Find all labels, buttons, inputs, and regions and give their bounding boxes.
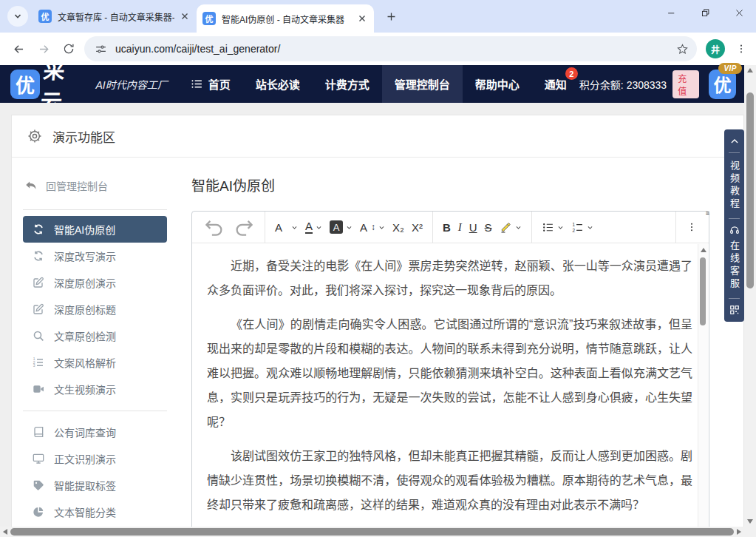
browser-tabstrip: 优 文章暂存库 - 自动文章采集器-优 优 智能AI伪原创 - 自动文章采集器 (0, 0, 756, 33)
sidebar-item[interactable]: 智能AI伪原创 (23, 216, 167, 243)
strikethrough-button[interactable]: S (481, 216, 496, 238)
page-vertical-scrollbar[interactable] (744, 65, 756, 527)
recharge-button[interactable]: 充值 (672, 70, 699, 98)
style-list-icon: 123 (33, 357, 44, 368)
minimize-button[interactable] (654, 0, 688, 25)
toolbar-separator (531, 212, 532, 243)
user-avatar[interactable]: 优 VIP (709, 70, 736, 99)
nav-item[interactable]: 计费方式 (313, 65, 382, 103)
tab-close-icon[interactable] (179, 10, 191, 22)
nav-item-label: 通知 (545, 76, 567, 92)
nav-item[interactable]: 站长必读 (243, 65, 313, 103)
nav-item[interactable]: 首页 (178, 65, 243, 103)
scroll-down-arrow[interactable] (747, 519, 753, 524)
italic-button[interactable]: I (454, 216, 466, 238)
site-settings-icon[interactable] (95, 43, 107, 55)
search-icon (33, 330, 44, 342)
scroll-left-arrow[interactable] (3, 529, 7, 535)
toolbar-separator (265, 212, 265, 243)
editor-paragraph: 近期，备受关注的电影《在人间》票房走势突然逆转，赵丽颖、张一山等一众演员遭遇了众… (207, 254, 692, 303)
browser-menu-icon[interactable] (732, 38, 750, 59)
line-height-button[interactable]: A↕ (356, 216, 389, 238)
close-window-button[interactable] (722, 0, 756, 25)
scroll-up-arrow[interactable] (747, 68, 753, 72)
browser-tab[interactable]: 优 文章暂存库 - 自动文章采集器-优 (33, 4, 197, 29)
edit-icon (33, 303, 44, 315)
vertical-scrollbar-thumb[interactable] (746, 92, 754, 288)
logo-mark[interactable]: 优 (10, 70, 40, 99)
numbered-list-button[interactable]: 12 (568, 216, 597, 238)
bold-button[interactable]: B (439, 216, 454, 238)
sidebar-item[interactable]: 文章原创检测 (23, 322, 167, 349)
sidebar-item[interactable]: 深度改写演示 (23, 243, 167, 269)
toolbar-overflow-button[interactable] (682, 216, 701, 238)
editor-scrollbar[interactable] (698, 244, 708, 537)
address-bar[interactable]: ucaiyun.com/caiji/test_ai_generator/ (84, 36, 697, 61)
chevron-up-icon[interactable] (729, 136, 740, 146)
new-tab-button[interactable] (381, 7, 401, 26)
nav-item[interactable]: 通知 2 (532, 65, 579, 103)
sidebar-item[interactable]: 文本智能分类 (23, 499, 167, 525)
sidebar-item[interactable]: 智能提取标签 (23, 472, 167, 499)
undo-button[interactable] (200, 216, 229, 238)
notification-badge: 2 (565, 67, 578, 80)
subscript-button[interactable]: X₂ (389, 216, 408, 238)
back-button[interactable] (6, 37, 31, 61)
tab-search-button[interactable] (7, 6, 28, 27)
online-service-button[interactable]: 在线客服 (729, 239, 739, 292)
redo-button[interactable] (229, 216, 259, 238)
bulleted-list-button[interactable] (538, 216, 568, 238)
nav-item-label: 首页 (208, 76, 231, 92)
font-color-button[interactable]: A (302, 216, 326, 238)
sidebar-item-label: 正文识别演示 (54, 451, 116, 466)
sidebar-item[interactable]: 深度原创演示 (23, 269, 167, 296)
floating-side-widget: 视频教程 在线客服 (724, 129, 744, 322)
back-to-console-link[interactable]: 回管理控制台 (23, 175, 167, 209)
superscript-button[interactable]: X² (408, 216, 426, 238)
browser-toolbar: ucaiyun.com/caiji/test_ai_generator/ 井 (0, 33, 756, 65)
section-title: 演示功能区 (52, 127, 115, 146)
video-tutorial-button[interactable]: 视频教程 (729, 159, 739, 212)
chevron-down-icon (291, 224, 298, 231)
sidebar-item[interactable]: 文生视频演示 (23, 376, 167, 402)
sidebar-item[interactable]: 深度原创标题 (23, 296, 167, 322)
editor-scrollbar-thumb[interactable] (700, 257, 706, 325)
browser-profile-avatar[interactable]: 井 (706, 39, 725, 58)
nav-item-label: 帮助中心 (475, 76, 520, 92)
tag-icon (33, 479, 44, 491)
qr-code-icon[interactable] (729, 305, 740, 315)
highlight-pen-icon (500, 221, 512, 234)
toolbar-separator (675, 212, 676, 243)
restore-button[interactable] (688, 0, 722, 25)
scroll-up-arrow[interactable] (701, 248, 706, 252)
nav-item[interactable]: 帮助中心 (463, 65, 532, 103)
nav-item[interactable]: 管理控制台 (382, 65, 463, 103)
sidebar-item-label: 文案风格解析 (54, 355, 116, 370)
chevron-down-icon (13, 12, 22, 21)
background-color-button[interactable]: A (326, 216, 356, 238)
sidebar-item[interactable]: 123 文案风格解析 (23, 349, 167, 376)
edit-icon (33, 277, 44, 288)
url-text[interactable]: ucaiyun.com/caiji/test_ai_generator/ (115, 43, 672, 55)
editor-content[interactable]: 近期，备受关注的电影《在人间》票房走势突然逆转，赵丽颖、张一山等一众演员遭遇了众… (192, 244, 698, 537)
sidebar-item[interactable]: 正文识别演示 (23, 445, 167, 472)
site-favicon: 优 (38, 10, 52, 23)
points-balance: 积分余额: 2308333 (579, 77, 667, 92)
browser-tab[interactable]: 优 智能AI伪原创 - 自动文章采集器 (197, 4, 374, 33)
sidebar-divider (23, 411, 167, 411)
highlight-pen-button[interactable] (496, 216, 525, 238)
font-size-button[interactable]: A≡ (271, 216, 302, 238)
sidebar-item[interactable]: 公有词库查询 (23, 419, 167, 445)
scroll-right-arrow[interactable] (737, 529, 741, 535)
sidebar-item-label: 深度改写演示 (54, 249, 116, 263)
demo-panel: 演示功能区 回管理控制台 智能AI伪原创 (11, 115, 744, 537)
sidebar-item-label: 深度原创演示 (54, 275, 116, 290)
horizontal-scrollbar-thumb[interactable] (10, 528, 734, 536)
tab-close-icon[interactable] (356, 13, 368, 24)
sidebar-item-label: 文章原创检测 (54, 328, 116, 343)
underline-button[interactable]: U (466, 216, 481, 238)
sidebar-item-label: 文生视频演示 (54, 382, 116, 396)
bookmark-star-icon[interactable] (672, 38, 692, 59)
chevron-down-icon (587, 224, 593, 231)
page-horizontal-scrollbar[interactable] (0, 527, 744, 537)
